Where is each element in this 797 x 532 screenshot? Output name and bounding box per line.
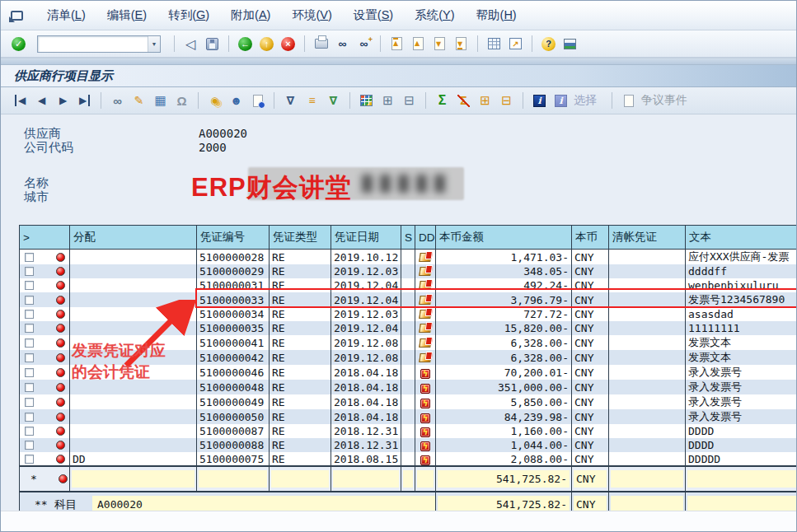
menu-help[interactable]: 帮助(H) [466,5,527,25]
change-item-icon[interactable]: ✎ [129,92,148,110]
table-row[interactable]: 5100000049RE2018.04.185,850.00-CNY录入发票号 [20,394,797,409]
row-checkbox[interactable] [25,281,34,290]
dd-cell [415,394,436,409]
currency-cell: CNY [572,307,609,321]
table-row[interactable]: 5100000031RE2019.12.04492.24-CNYwenbenbi… [20,278,797,292]
table-row[interactable]: 5100000042RE2019.12.086,328.00-CNY发票文本 [20,350,797,365]
find-next-icon[interactable]: ∞+ [354,35,373,53]
menu-settings[interactable]: 设置(S) [343,5,404,25]
help-icon[interactable]: ? [539,35,558,53]
document-icon[interactable] [248,92,267,110]
row-checkbox[interactable] [25,455,34,464]
table-row[interactable]: 5100000046RE2018.04.1870,200.01-CNY录入发票号 [20,365,797,380]
row-checkbox[interactable] [25,383,34,392]
next-page-icon[interactable] [430,35,449,53]
change-layout-icon[interactable]: ▦ [151,92,170,110]
cancel-icon[interactable]: × [279,35,298,53]
customize-layout-icon[interactable] [560,35,579,53]
sort-desc-icon[interactable]: ∇ [324,92,343,110]
table-row[interactable]: 5100000050RE2018.04.1884,239.98-CNY录入发票号 [20,409,797,424]
enter-icon[interactable]: ✓ [9,35,28,53]
info-icon[interactable]: i [530,92,549,110]
row-checkbox[interactable] [25,413,34,422]
col-header-doc-type: 凭证类型 [270,226,331,250]
assignment-cell [70,307,197,321]
s-cell [401,292,415,307]
row-checkbox[interactable] [25,310,34,319]
currency-cell: CNY [572,264,609,278]
command-dropdown-icon[interactable]: ▼ [148,36,160,52]
menu-system[interactable]: 系统(Y) [404,5,465,25]
prev-page-icon[interactable] [409,35,428,53]
prev-item-icon[interactable]: ◀ [32,92,51,110]
print-icon[interactable] [312,35,331,53]
table-row[interactable]: 5100000041RE2019.12.086,328.00-CNY发票文本 [20,335,797,350]
first-item-icon[interactable]: ◀ [11,92,30,110]
dispute-case-icon[interactable] [619,92,638,110]
system-menu-icon[interactable] [11,11,23,21]
create-shortcut-icon[interactable]: ↗ [506,35,525,53]
menu-environment[interactable]: 环境(V) [281,5,342,25]
clearing-cell [609,292,686,307]
row-checkbox[interactable] [25,253,34,262]
row-checkbox[interactable] [25,338,34,348]
row-checkbox[interactable] [25,353,34,362]
row-checkbox[interactable] [25,398,34,407]
next-item-icon[interactable]: ▶ [54,92,73,110]
expand-icon[interactable]: ⊞ [476,92,495,110]
currency-cell: CNY [572,438,609,452]
row-checkbox[interactable] [25,267,34,276]
menu-extras[interactable]: 附加(A) [220,5,281,25]
table-row[interactable]: 5100000033RE2019.12.043,796.79-CNY发票号123… [20,292,797,307]
row-checkbox[interactable] [25,324,34,333]
nav-back-icon[interactable]: ← [236,35,255,53]
last-page-icon[interactable] [452,35,471,53]
row-checkbox[interactable] [25,441,34,450]
overdue-flash-icon [420,427,430,437]
alarm-icon[interactable]: Ω [172,92,191,110]
grid-view-icon[interactable] [357,92,376,110]
table-row[interactable]: DD5100000075RE2018.08.152,088.00-CNYDDDD… [20,452,797,466]
row-checkbox[interactable] [25,368,34,377]
save-grid-icon[interactable]: ⊟ [400,92,419,110]
find-icon[interactable]: ∞ [333,35,352,53]
table-row[interactable]: 5100000087RE2018.12.311,160.00-CNYDDDD [20,424,797,438]
table-row[interactable]: 5100000035RE2019.12.0415,820.00-CNY11111… [20,321,797,335]
table-row[interactable]: 5100000048RE2018.04.18351,000.00-CNY录入发票… [20,380,797,394]
menu-goto[interactable]: 转到(G) [157,5,220,25]
collapse-icon[interactable]: ⊟ [497,92,516,110]
back-icon[interactable]: ◁ [181,35,200,53]
table-row[interactable]: 5100000029RE2019.12.03348.05-CNYddddff [20,264,797,278]
selection-info-label[interactable]: 选择 [574,93,597,108]
save-icon[interactable] [203,35,222,53]
command-field[interactable]: ▼ [37,35,161,53]
total-grid-icon[interactable]: ⊞ [378,92,397,110]
first-page-icon[interactable] [387,35,406,53]
menu-edit[interactable]: 编辑(E) [96,5,157,25]
dispute-case-label[interactable]: 争议事件 [641,93,687,108]
new-session-icon[interactable] [485,35,504,53]
doc-no-cell: 5100000029 [197,264,270,278]
command-input[interactable] [38,38,148,49]
row-checkbox[interactable] [25,427,34,436]
sum-icon[interactable]: Σ [433,92,452,110]
subtotal-icon[interactable]: Σ [454,92,473,110]
sort-asc-icon[interactable]: ≡ [302,92,321,110]
select-cell [20,350,70,365]
clearing-cell [609,264,686,278]
row-checkbox[interactable] [25,296,34,305]
filter-icon[interactable]: ∇ [281,92,300,110]
selection-info-icon[interactable]: i [551,92,570,110]
display-item-icon[interactable]: ∞ [108,92,127,110]
dd-cell [415,350,436,365]
menu-list[interactable]: 清单(L) [36,5,96,25]
open-item-status-icon [59,474,68,483]
last-item-icon[interactable]: ▶ [75,92,94,110]
exit-icon[interactable]: ↑ [257,35,276,53]
table-row[interactable]: 5100000088RE2018.12.311,044.00-CNYDDDD [20,438,797,452]
partner-icon[interactable]: ☻ [227,92,246,110]
table-row[interactable]: 5100000028RE2019.10.121,471.03-CNY应付XXX供… [20,250,797,265]
text-cell: 录入发票号 [686,409,797,424]
table-row[interactable]: 5100000034RE2019.12.03727.72-CNYasasdad [20,307,797,321]
payment-icon[interactable]: ◉ [205,92,224,110]
